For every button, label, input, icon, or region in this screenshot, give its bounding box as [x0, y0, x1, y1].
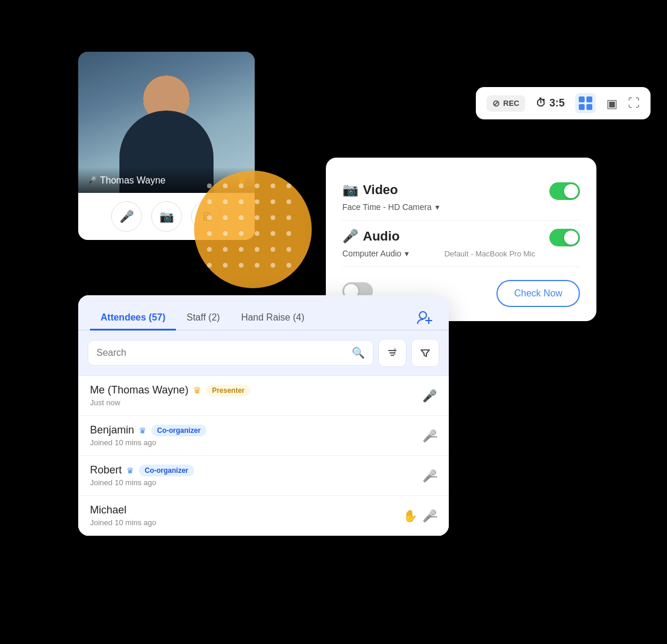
attendee-name: Michael [90, 504, 403, 516]
tab-staff[interactable]: Staff (2) [176, 306, 231, 331]
attendee-info: Robert ♛ Co-organizer Joined 10 mins ago [90, 464, 422, 487]
meeting-toolbar: ⊘ REC ⏱ 3:5 ▣ ⛶ [476, 87, 651, 119]
presenter-badge: Presenter [206, 385, 250, 396]
camera-control-button[interactable]: 📷 [151, 201, 182, 232]
coorg-badge: Co-organizer [151, 425, 206, 436]
video-settings-title: 📷 Video [342, 182, 549, 198]
attendee-name: Benjamin ♛ Co-organizer [90, 424, 422, 436]
attendees-list: Me (Thomas Wayne) ♛ Presenter Just now 🎤… [78, 376, 449, 536]
timer-icon: ⏱ [536, 97, 546, 109]
search-icon: 🔍 [352, 346, 365, 359]
audio-settings-left: 🎤 Audio Computer Audio ▾ Default - MacBo… [342, 229, 549, 258]
decorative-dots [200, 176, 306, 282]
coorg-crown-icon: ♛ [139, 426, 146, 435]
video-camera-icon: 📷 [342, 182, 358, 198]
attendee-name: Me (Thomas Wayne) ♛ Presenter [90, 384, 422, 396]
audio-settings-section: 🎤 Audio Computer Audio ▾ Default - MacBo… [342, 221, 580, 267]
filter-button[interactable] [411, 339, 439, 367]
mic-off-icon: 🎤̶ [422, 469, 437, 483]
attendees-panel: Attendees (57) Staff (2) Hand Raise (4) … [78, 295, 449, 536]
attendee-info: Me (Thomas Wayne) ♛ Presenter Just now [90, 384, 422, 407]
presenter-crown-icon: ♛ [193, 385, 201, 396]
mic-off-icon: 🎤̶ [422, 509, 437, 523]
fullscreen-button[interactable]: ⛶ [628, 96, 640, 110]
grid-layout-button[interactable] [575, 93, 596, 114]
participant-name: 🎤 Thomas Wayne [86, 175, 165, 186]
mic-on-icon: 🎤 [422, 389, 437, 403]
coorg-badge: Co-organizer [139, 465, 194, 476]
mic-icon: 🎤 [86, 176, 96, 185]
video-settings-left: 📷 Video Face Time - HD Camera ▾ [342, 182, 549, 212]
window-layout-button[interactable]: ▣ [606, 96, 618, 111]
audio-toggle[interactable] [549, 229, 580, 246]
attendee-row: Michael Joined 10 mins ago ✋ 🎤̶ [78, 496, 449, 536]
video-frame: 🎤 Thomas Wayne ♛ [78, 52, 255, 193]
mic-off-icon: 🎤̶ [422, 429, 437, 443]
video-toggle[interactable] [549, 182, 580, 200]
audio-source-selector[interactable]: Computer Audio ▾ [342, 249, 409, 258]
attendee-row: Benjamin ♛ Co-organizer Joined 10 mins a… [78, 416, 449, 456]
attendee-row: Me (Thomas Wayne) ♛ Presenter Just now 🎤 [78, 376, 449, 416]
search-input-wrapper: 🔍 [88, 340, 373, 366]
svg-point-0 [419, 312, 426, 319]
chevron-down-icon: ▾ [435, 202, 439, 212]
search-input[interactable] [96, 348, 347, 358]
audio-mic-icon: 🎤 [342, 229, 358, 244]
tab-hand-raise[interactable]: Hand Raise (4) [231, 306, 315, 331]
camera-source-selector[interactable]: Face Time - HD Camera ▾ [342, 202, 549, 212]
sort-button[interactable]: A Z [378, 339, 406, 367]
chevron-down-icon: ▾ [405, 249, 409, 258]
video-settings-section: 📷 Video Face Time - HD Camera ▾ [342, 174, 580, 221]
mic-control-button[interactable]: 🎤 [111, 201, 142, 232]
coorg-crown-icon: ♛ [126, 466, 134, 475]
raised-hand-icon: ✋ [403, 509, 418, 523]
attendee-row: Robert ♛ Co-organizer Joined 10 mins ago… [78, 456, 449, 496]
attendees-search-bar: 🔍 A Z [78, 331, 449, 376]
tab-attendees[interactable]: Attendees (57) [90, 306, 176, 331]
add-attendee-button[interactable] [413, 306, 437, 329]
check-now-button[interactable]: Check Now [496, 280, 580, 307]
meeting-timer: ⏱ 3:5 [536, 97, 565, 109]
svg-text:Z: Z [393, 351, 396, 355]
record-slash-icon: ⊘ [492, 98, 500, 109]
attendees-tabs: Attendees (57) Staff (2) Hand Raise (4) [78, 295, 449, 331]
attendee-info: Michael Joined 10 mins ago [90, 504, 403, 527]
audio-settings-title: 🎤 Audio [342, 229, 549, 244]
record-button[interactable]: ⊘ REC [486, 95, 525, 112]
attendee-info: Benjamin ♛ Co-organizer Joined 10 mins a… [90, 424, 422, 447]
attendee-name: Robert ♛ Co-organizer [90, 464, 422, 476]
